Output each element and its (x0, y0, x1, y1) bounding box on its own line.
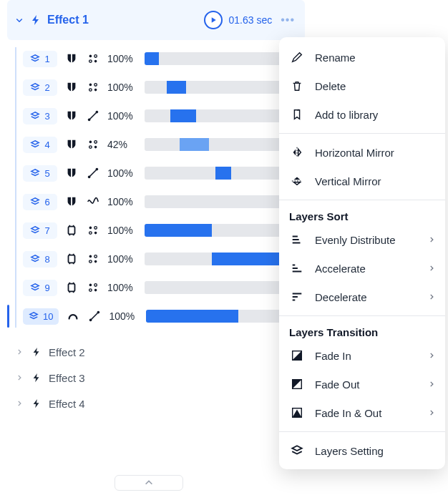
layer-id: 5 (44, 168, 49, 179)
layer-shape-icon[interactable] (64, 80, 79, 94)
layer-motion-icon[interactable] (86, 280, 100, 295)
layer-motion-icon[interactable] (86, 80, 100, 94)
layer-chip[interactable]: 10 (23, 308, 59, 325)
expand-chevron-icon[interactable] (16, 400, 24, 407)
timeline-segment[interactable] (145, 52, 159, 65)
layer-motion-icon[interactable] (86, 223, 100, 237)
layer-opacity-value: 100% (107, 225, 137, 236)
menu-layers-setting[interactable]: Layers Setting (279, 436, 445, 465)
layer-chip[interactable]: 9 (23, 280, 57, 296)
layer-row[interactable]: 7100% (23, 216, 305, 245)
layer-shape-icon[interactable] (64, 280, 79, 295)
effect-row-collapsed[interactable]: Effect 2 (16, 339, 305, 365)
layer-motion-icon[interactable] (86, 109, 100, 123)
layer-motion-icon[interactable] (86, 52, 100, 66)
menu-label: Horizontal Mirror (315, 147, 435, 159)
layer-row[interactable]: 8100% (23, 245, 305, 273)
layer-chip[interactable]: 1 (23, 51, 57, 67)
layer-motion-icon[interactable] (86, 252, 100, 266)
layer-id: 3 (44, 111, 49, 122)
layer-row[interactable]: 442% (23, 130, 305, 159)
layer-row[interactable]: 6100% (23, 187, 305, 216)
layer-shape-icon[interactable] (64, 109, 79, 123)
layer-shape-icon[interactable] (64, 166, 79, 180)
effect-header[interactable]: Effect 1 01.63 sec ••• (7, 0, 305, 40)
layer-shape-icon[interactable] (66, 309, 80, 323)
distribute-icon (289, 232, 305, 248)
menu-label: Decelerate (315, 291, 418, 303)
menu-horizontal-mirror[interactable]: Horizontal Mirror (279, 138, 445, 167)
layers-icon (289, 443, 305, 459)
effect-row-collapsed[interactable]: Effect 4 (16, 391, 305, 416)
layer-shape-icon[interactable] (64, 137, 79, 152)
timeline-segment[interactable] (167, 81, 186, 94)
layer-row[interactable]: 10100% (23, 302, 305, 330)
expand-chevron-icon[interactable] (16, 348, 24, 356)
layers-icon (30, 168, 40, 178)
play-button[interactable] (204, 11, 223, 29)
layer-motion-icon[interactable] (87, 309, 102, 323)
more-options-button[interactable]: ••• (278, 14, 298, 26)
decelerate-icon (289, 289, 305, 305)
layer-shape-icon[interactable] (64, 195, 79, 209)
submenu-chevron-icon (428, 265, 435, 272)
timeline-segment[interactable] (180, 138, 208, 151)
collapsed-effects: Effect 2Effect 3Effect 4 (7, 339, 305, 416)
timeline-segment[interactable] (145, 224, 212, 237)
collapse-toggle[interactable] (14, 15, 24, 25)
submenu-chevron-icon (428, 293, 435, 300)
layer-row[interactable]: 5100% (23, 159, 305, 187)
menu-add-to-library[interactable]: Add to library (279, 100, 445, 129)
menu-accelerate[interactable]: Accelerate (279, 254, 445, 283)
layers-icon (30, 254, 40, 264)
menu-fade-in[interactable]: Fade In (279, 341, 445, 370)
timeline-segment[interactable] (215, 167, 231, 180)
layers-icon (30, 54, 40, 64)
layer-chip[interactable]: 8 (23, 251, 57, 268)
layer-opacity-value: 42% (107, 139, 137, 150)
timeline-segment[interactable] (170, 109, 196, 122)
layer-chip[interactable]: 5 (23, 165, 57, 182)
panel-collapse-button[interactable] (115, 475, 183, 491)
layer-id: 2 (44, 82, 49, 93)
fade-in-icon (289, 348, 305, 363)
layer-chip[interactable]: 2 (23, 79, 57, 96)
layer-shape-icon[interactable] (64, 52, 79, 66)
layer-chip[interactable]: 4 (23, 137, 57, 153)
menu-decelerate[interactable]: Decelerate (279, 283, 445, 311)
menu-fade-out[interactable]: Fade Out (279, 370, 445, 398)
expand-chevron-icon[interactable] (16, 374, 24, 381)
layer-opacity-value: 100% (107, 110, 137, 122)
layer-opacity-value: 100% (107, 53, 137, 64)
layer-motion-icon[interactable] (86, 195, 100, 209)
layer-motion-icon[interactable] (86, 166, 100, 180)
timeline-segment[interactable] (146, 310, 238, 323)
menu-delete[interactable]: Delete (279, 72, 445, 100)
layer-shape-icon[interactable] (64, 223, 79, 237)
layer-chip[interactable]: 6 (23, 194, 57, 210)
layer-chip[interactable]: 7 (23, 222, 57, 239)
layer-opacity-value: 100% (107, 196, 137, 207)
submenu-chevron-icon (428, 409, 435, 416)
layer-row[interactable]: 2100% (23, 73, 305, 102)
layer-list: 1100%2100%3100%442%5100%6100%7100%8100%9… (7, 44, 305, 330)
bookmark-add-icon (289, 107, 305, 122)
menu-label: Layers Setting (315, 445, 435, 457)
menu-evenly-distribute[interactable]: Evenly Distribute (279, 225, 445, 254)
layers-icon (30, 111, 40, 121)
layers-icon (29, 311, 39, 321)
layer-row[interactable]: 3100% (23, 102, 305, 130)
layer-row[interactable]: 1100% (23, 44, 305, 73)
layer-id: 6 (44, 197, 49, 207)
layer-motion-icon[interactable] (86, 137, 100, 152)
layer-shape-icon[interactable] (64, 252, 79, 266)
effect-row-collapsed[interactable]: Effect 3 (16, 365, 305, 391)
fade-out-icon (289, 376, 305, 392)
layer-row[interactable]: 9100% (23, 273, 305, 302)
layer-chip[interactable]: 3 (23, 108, 57, 124)
trash-icon (289, 78, 305, 94)
menu-rename[interactable]: Rename (279, 43, 445, 72)
menu-vertical-mirror[interactable]: Vertical Mirror (279, 167, 445, 195)
menu-fade-in-out[interactable]: Fade In & Out (279, 398, 445, 427)
bolt-icon (31, 373, 42, 383)
